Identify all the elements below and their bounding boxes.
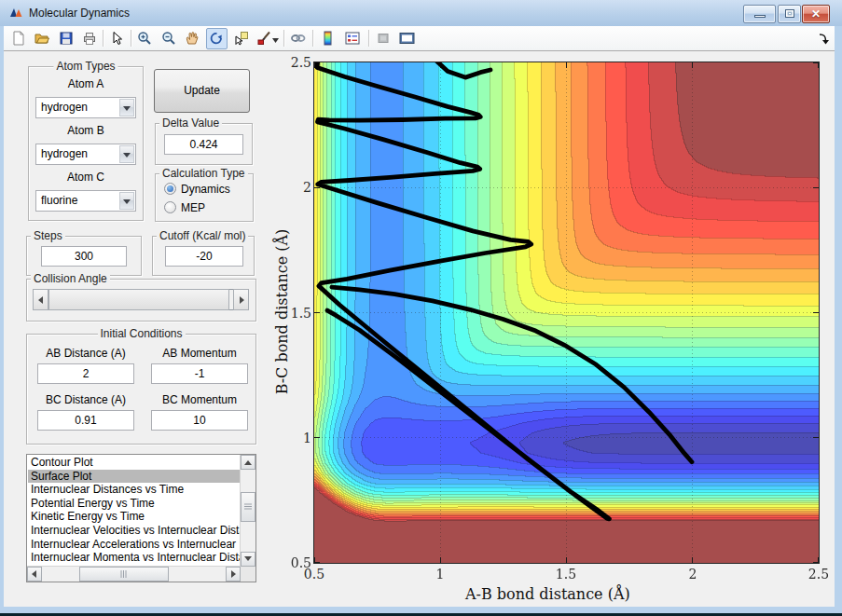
zoom-out-icon[interactable] xyxy=(161,31,177,47)
brush-dropdown-icon[interactable] xyxy=(272,34,288,50)
link-plot-icon[interactable] xyxy=(290,31,306,47)
restore-button[interactable] xyxy=(778,5,801,23)
scrollbar-corner xyxy=(241,567,255,582)
scroll-up-button[interactable] xyxy=(241,455,255,470)
save-figure-icon[interactable] xyxy=(59,31,75,47)
list-item[interactable]: Potential Energy vs Time xyxy=(28,497,240,511)
close-button[interactable]: ✕ xyxy=(802,5,830,23)
scroll-thumb[interactable] xyxy=(241,492,255,522)
insert-colorbar-icon[interactable] xyxy=(321,31,337,47)
app-window: Molecular Dynamics ✕ xyxy=(0,0,842,616)
left-arrow-icon xyxy=(38,296,43,304)
show-plot-tools-icon[interactable] xyxy=(399,31,415,47)
window-title: Molecular Dynamics xyxy=(29,7,130,20)
chevron-down-icon[interactable] xyxy=(119,99,134,116)
x-tick-label: 2 xyxy=(674,567,711,582)
ab-momentum-label: AB Momentum xyxy=(151,347,248,360)
open-file-icon[interactable] xyxy=(35,31,50,47)
dock-figure-icon[interactable] xyxy=(817,32,832,47)
dynamics-radio[interactable] xyxy=(164,183,176,195)
new-figure-icon[interactable] xyxy=(11,31,27,47)
print-figure-icon[interactable] xyxy=(82,31,98,47)
ab-distance-field[interactable]: 2 xyxy=(37,363,134,384)
scroll-right-button[interactable] xyxy=(226,567,241,582)
atom-c-label: Atom C xyxy=(28,171,144,184)
atom-types-title: Atom Types xyxy=(53,60,117,73)
minimize-icon xyxy=(754,15,766,18)
x-tick-label: 1 xyxy=(421,567,459,582)
bc-distance-field[interactable]: 0.91 xyxy=(37,410,134,431)
figure-toolbar xyxy=(4,26,835,51)
list-item[interactable]: Contour Plot xyxy=(28,456,240,470)
zoom-in-icon[interactable] xyxy=(137,31,153,47)
hide-plot-tools-icon[interactable] xyxy=(376,31,392,47)
scroll-thumb[interactable] xyxy=(79,567,169,582)
scroll-down-button[interactable] xyxy=(241,552,255,567)
minimize-button[interactable] xyxy=(743,5,776,23)
x-tick-label: 1.5 xyxy=(547,567,585,582)
atom-b-value: hydrogen xyxy=(41,147,88,160)
y-tick-label: 2 xyxy=(287,180,311,195)
slider-left-arrow[interactable] xyxy=(33,289,48,310)
atom-a-value: hydrogen xyxy=(41,101,88,114)
plot-type-listbox[interactable]: Contour Plot Surface Plot Internuclear D… xyxy=(26,454,256,582)
scroll-left-button[interactable] xyxy=(27,567,42,582)
titlebar[interactable]: Molecular Dynamics ✕ xyxy=(0,0,842,26)
slider-right-arrow[interactable] xyxy=(233,289,249,310)
rotate-3d-icon[interactable] xyxy=(209,32,225,48)
cutoff-title: Cutoff (Kcal/ mol) xyxy=(157,229,248,242)
list-item[interactable]: Internuclear Distances vs Time xyxy=(28,483,240,497)
list-item[interactable]: Kinetic Energy vs Time xyxy=(28,510,240,524)
collision-angle-slider[interactable] xyxy=(33,289,249,310)
mep-label: MEP xyxy=(181,201,205,214)
atom-a-label: Atom A xyxy=(28,77,144,90)
list-item[interactable]: Surface Plot xyxy=(28,470,240,484)
atom-a-dropdown[interactable]: hydrogen xyxy=(35,97,136,118)
toolbar-separator xyxy=(312,30,313,47)
dynamics-label: Dynamics xyxy=(181,183,230,196)
left-arrow-icon xyxy=(32,570,36,578)
calculation-type-title: Calculation Type xyxy=(159,167,248,180)
cutoff-field[interactable]: -20 xyxy=(165,246,243,267)
steps-field[interactable]: 300 xyxy=(41,246,127,267)
down-arrow-icon xyxy=(244,556,252,561)
pan-icon[interactable] xyxy=(185,31,200,47)
chevron-down-icon[interactable] xyxy=(119,145,134,163)
close-icon: ✕ xyxy=(803,7,829,21)
delta-value-title: Delta Value xyxy=(159,116,222,130)
delta-value-field[interactable]: 0.424 xyxy=(164,134,243,155)
right-arrow-icon xyxy=(231,570,236,578)
calculation-type-panel: Calculation Type xyxy=(155,173,254,222)
brush-data-icon[interactable] xyxy=(256,31,272,47)
x-axis-label: A-B bond distance (Å) xyxy=(465,585,630,603)
chevron-down-icon[interactable] xyxy=(119,192,134,210)
list-item[interactable]: Internuclear Accelerations vs Internucle… xyxy=(28,538,240,552)
bc-momentum-field[interactable]: 10 xyxy=(151,410,248,431)
contour-plot[interactable] xyxy=(313,62,820,564)
y-tick-label: 1 xyxy=(287,431,311,445)
list-item[interactable]: Internuclear Momenta vs Internuclear Dis… xyxy=(28,551,240,565)
toolbar-separator xyxy=(368,30,369,47)
mep-radio[interactable] xyxy=(164,201,176,213)
edit-plot-icon[interactable] xyxy=(109,31,125,47)
horizontal-scrollbar[interactable] xyxy=(27,566,241,582)
vertical-scrollbar[interactable] xyxy=(240,455,255,567)
slider-thumb[interactable] xyxy=(48,289,229,310)
ab-momentum-field[interactable]: -1 xyxy=(151,363,248,384)
steps-title: Steps xyxy=(31,229,65,242)
restore-icon xyxy=(785,9,794,18)
atom-b-dropdown[interactable]: hydrogen xyxy=(35,144,136,165)
trajectory-line xyxy=(314,62,819,563)
right-arrow-icon xyxy=(240,296,244,304)
toolbar-separator xyxy=(103,30,104,47)
plot-type-list: Contour Plot Surface Plot Internuclear D… xyxy=(28,456,240,566)
y-axis-label: B-C bond distance (Å) xyxy=(273,229,291,395)
atom-c-dropdown[interactable]: fluorine xyxy=(35,190,136,212)
list-item[interactable]: Internuclear Velocities vs Internuclear … xyxy=(28,524,240,538)
data-cursor-icon[interactable] xyxy=(234,31,250,47)
insert-legend-icon[interactable] xyxy=(345,31,361,47)
ab-distance-label: AB Distance (A) xyxy=(37,347,134,360)
atom-b-label: Atom B xyxy=(28,124,144,137)
bc-momentum-label: BC Momentum xyxy=(151,393,248,406)
update-button[interactable]: Update xyxy=(154,69,250,113)
